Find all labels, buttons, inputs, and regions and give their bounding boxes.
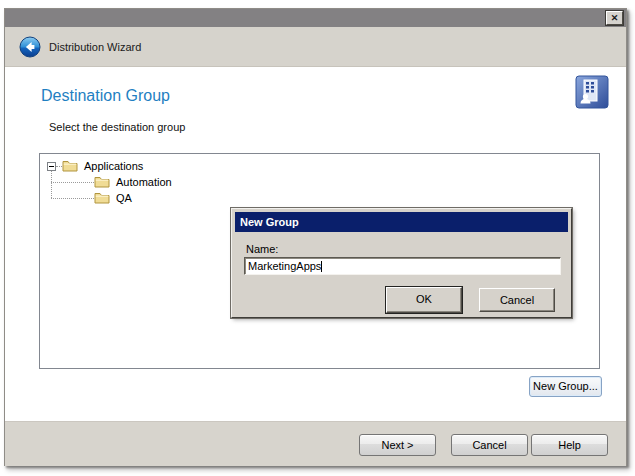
wizard-header: Distribution Wizard (5, 27, 626, 67)
tree-connector (51, 171, 52, 198)
group-name-value: MarketingApps (248, 260, 321, 272)
tree-item-applications[interactable]: Applications (84, 158, 143, 174)
wizard-window: ✕ Distribution Wizard Destination Group (4, 8, 627, 466)
tree-connector (51, 198, 94, 199)
name-label: Name: (246, 243, 278, 255)
wizard-footer: Next > Cancel Help (5, 421, 626, 466)
title-bar: ✕ (5, 9, 626, 27)
wizard-title: Distribution Wizard (49, 27, 141, 67)
text-caret (321, 261, 322, 272)
cancel-button[interactable]: Cancel (451, 434, 528, 456)
distribution-group-icon (575, 75, 609, 109)
tree-collapse-toggle[interactable] (47, 162, 56, 171)
next-button[interactable]: Next > (359, 434, 436, 456)
new-group-button[interactable]: New Group... (529, 376, 602, 397)
dialog-title-bar: New Group (235, 212, 568, 232)
group-name-input[interactable]: MarketingApps (244, 257, 561, 275)
page-instruction: Select the destination group (49, 121, 185, 133)
ok-button[interactable]: OK (386, 287, 462, 313)
page-title: Destination Group (41, 87, 170, 105)
wizard-page: Destination Group Select the destination… (5, 67, 626, 421)
help-button[interactable]: Help (531, 434, 608, 456)
folder-icon (94, 191, 110, 204)
tree-connector (51, 182, 94, 183)
close-icon[interactable]: ✕ (606, 11, 623, 25)
back-arrow-icon[interactable] (19, 36, 41, 58)
folder-icon (62, 159, 78, 172)
dialog-cancel-button[interactable]: Cancel (479, 288, 555, 312)
tree-item-qa[interactable]: QA (116, 190, 132, 206)
folder-icon (94, 175, 110, 188)
tree-item-automation[interactable]: Automation (116, 174, 172, 190)
new-group-dialog: New Group Name: MarketingApps OK Cancel (231, 208, 572, 318)
